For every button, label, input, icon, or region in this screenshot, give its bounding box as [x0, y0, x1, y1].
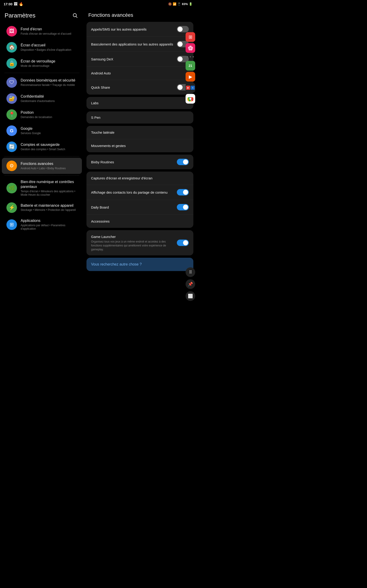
edge-app-4[interactable]: ▶: [186, 72, 195, 82]
sidebar-item-comptes[interactable]: 🔄 Comptes et sauvegarde Gestion des comp…: [2, 139, 82, 155]
batterie-title: Batterie et maintenance appareil: [21, 203, 76, 208]
search-card[interactable]: Vous recherchez autre chose ?: [86, 258, 193, 271]
samsung-dex-label: Samsung DeX: [91, 57, 177, 61]
ecran-accueil-sub: Disposition • Badges d'icône d'applicati…: [21, 48, 71, 52]
mouvements-gestes-label: Mouvements et gestes: [91, 143, 189, 148]
comptes-icon: 🔄: [6, 141, 17, 152]
fond-ecran-icon: 🖼: [6, 26, 17, 36]
sidebar-item-google[interactable]: G Google Services Google: [2, 123, 82, 139]
confidentialite-icon: 🔐: [6, 93, 17, 104]
appels-sms-label: Appels/SMS sur les autres appareils: [91, 27, 177, 32]
svg-point-0: [73, 14, 76, 17]
status-bar: 17:00 🖼 🔥 🔕 📶 📱 83% 🔋: [0, 0, 196, 7]
labs-item[interactable]: Labs: [86, 97, 193, 109]
edge-bar: ⊞ 🌸 • • • 21 ▶ ▶ S: [185, 32, 196, 104]
pin-button[interactable]: 📌: [186, 279, 195, 289]
card-bixby: Bixby Routines: [86, 155, 193, 169]
appels-sms-toggle[interactable]: [177, 26, 189, 32]
mouvements-gestes-item[interactable]: Mouvements et gestes: [86, 139, 193, 152]
sidebar-item-confidentialite[interactable]: 🔐 Confidentialité Gestionnaire d'autoris…: [2, 90, 82, 107]
wifi-icon: 📶: [173, 2, 176, 6]
applications-icon: ⊞: [6, 219, 17, 230]
search-button[interactable]: [71, 11, 79, 19]
sidebar-item-position[interactable]: 📍 Position Demandes de localisation: [2, 107, 82, 123]
ecran-accueil-title: Écran d'accueil: [21, 43, 71, 48]
settings-list: 🖼 Fond d'écran Fonds d'écran de verrouil…: [0, 23, 84, 233]
right-panel-title: Fonctions avancées: [86, 7, 193, 22]
biometrie-sub: Reconnaissance faciale • Traçage du mobi…: [21, 83, 75, 87]
edge-divider-dots: • • •: [185, 54, 196, 60]
fire-icon: 🔥: [19, 2, 23, 6]
quick-share-label: Quick Share: [91, 85, 177, 90]
comptes-sub: Gestion des comptes • Smart Switch: [21, 148, 65, 151]
affichage-contacts-item[interactable]: Affichage des contacts lors du partage d…: [86, 185, 193, 199]
time-display: 17:00: [4, 2, 12, 6]
daily-board-toggle[interactable]: [177, 204, 189, 210]
basculement-apps-label: Basculement des applications sur les aut…: [91, 42, 177, 47]
game-launcher-label: Game Launcher: [91, 234, 174, 239]
right-panel: Fonctions avancées Appels/SMS sur les au…: [84, 7, 196, 276]
applications-sub: Applications par défaut • Paramètres d'a…: [21, 224, 77, 231]
position-title: Position: [21, 110, 52, 115]
card-top-settings: Appels/SMS sur les autres appareils Basc…: [86, 22, 193, 95]
biometrie-icon: 🛡: [6, 77, 17, 88]
bien-etre-icon: 🌿: [6, 183, 17, 193]
game-launcher-sub: Organisez tous vos jeux à un même endroi…: [91, 240, 174, 251]
daily-board-label: Daily Board: [91, 205, 177, 210]
fonctions-avancees-icon: ⚙: [6, 161, 17, 171]
fond-ecran-sub: Fonds d'écran de verrouillage et d'accue…: [21, 32, 71, 36]
edge-app-2[interactable]: 🌸: [186, 43, 195, 53]
touche-laterale-item[interactable]: Touche latérale: [86, 126, 193, 139]
square-button[interactable]: ⬜: [186, 291, 195, 301]
left-panel: Paramètres 🖼 Fond d'écran Fonds d'écran …: [0, 7, 84, 276]
ecran-verrouillage-sub: Mode de déverrouillage: [21, 64, 55, 68]
sidebar-item-ecran-accueil[interactable]: 🏠 Écran d'accueil Disposition • Badges d…: [2, 39, 82, 55]
edge-app-3[interactable]: 21: [186, 61, 195, 70]
affichage-contacts-toggle[interactable]: [177, 189, 189, 195]
confidentialite-sub: Gestionnaire d'autorisations: [21, 99, 55, 103]
batterie-icon: ⚡: [6, 202, 17, 213]
bixby-routines-label: Bixby Routines: [91, 160, 177, 164]
fond-ecran-title: Fond d'écran: [21, 27, 71, 32]
grid-button[interactable]: ⠿: [186, 267, 195, 277]
game-launcher-toggle[interactable]: [177, 240, 189, 246]
samsung-dex-item[interactable]: Samsung DeX: [86, 52, 193, 66]
affichage-contacts-label: Affichage des contacts lors du partage d…: [91, 190, 177, 195]
sidebar-item-batterie[interactable]: ⚡ Batterie et maintenance appareil Stock…: [2, 199, 82, 216]
android-auto-item[interactable]: Android Auto: [86, 66, 193, 80]
bien-etre-sub: Temps d'écran • Minuteurs des applicatio…: [21, 190, 77, 197]
edge-app-1[interactable]: ⊞: [186, 32, 195, 42]
sidebar-item-applications[interactable]: ⊞ Applications Applications par défaut •…: [2, 216, 82, 233]
sidebar-item-biometrie[interactable]: 🛡 Données biométriques et sécurité Recon…: [2, 74, 82, 90]
daily-board-item[interactable]: Daily Board: [86, 199, 193, 215]
sidebar-item-ecran-verrouillage[interactable]: 🔒 Écran de verrouillage Mode de déverrou…: [2, 55, 82, 71]
bixby-routines-item[interactable]: Bixby Routines: [86, 155, 193, 169]
edge-app-youtube[interactable]: ▶ S: [186, 83, 195, 93]
status-time-area: 17:00 🖼 🔥: [4, 2, 23, 6]
appels-sms-item[interactable]: Appels/SMS sur les autres appareils: [86, 22, 193, 36]
ecran-accueil-icon: 🏠: [6, 42, 17, 52]
edge-bottom-bar: ⠿ 📌 ⬜: [185, 267, 196, 301]
divider-2: [5, 156, 79, 156]
accessoires-item[interactable]: Accessoires: [86, 215, 193, 228]
sidebar-item-fonctions-avancees[interactable]: ⚙ Fonctions avancées Android Auto • Labs…: [2, 158, 82, 174]
edge-app-chrome[interactable]: [186, 94, 195, 104]
fonctions-avancees-title: Fonctions avancées: [21, 162, 66, 166]
game-launcher-item[interactable]: Game Launcher Organisez tous vos jeux à …: [86, 230, 193, 255]
sidebar-item-fond-ecran[interactable]: 🖼 Fond d'écran Fonds d'écran de verrouil…: [2, 23, 82, 39]
captures-ecran-item[interactable]: Captures d'écran et enregistreur d'écran: [86, 172, 193, 185]
photo-icon: 🖼: [14, 2, 17, 6]
comptes-title: Comptes et sauvegarde: [21, 142, 65, 147]
quick-share-item[interactable]: Quick Share: [86, 80, 193, 95]
left-header: Paramètres: [0, 7, 84, 23]
applications-title: Applications: [21, 218, 77, 223]
bixby-routines-toggle[interactable]: [177, 159, 189, 165]
divider-1: [5, 73, 79, 73]
spen-item[interactable]: S Pen: [86, 111, 193, 124]
card-captures: Captures d'écran et enregistreur d'écran…: [86, 172, 193, 228]
batterie-sub: Stockage • Mémoire • Protection de l'app…: [21, 208, 76, 212]
biometrie-title: Données biométriques et sécurité: [21, 78, 75, 83]
sidebar-item-bien-etre[interactable]: 🌿 Bien-être numérique et contrôles paren…: [2, 177, 82, 199]
ecran-verrouillage-title: Écran de verrouillage: [21, 59, 55, 64]
basculement-apps-item[interactable]: Basculement des applications sur les aut…: [86, 36, 193, 52]
